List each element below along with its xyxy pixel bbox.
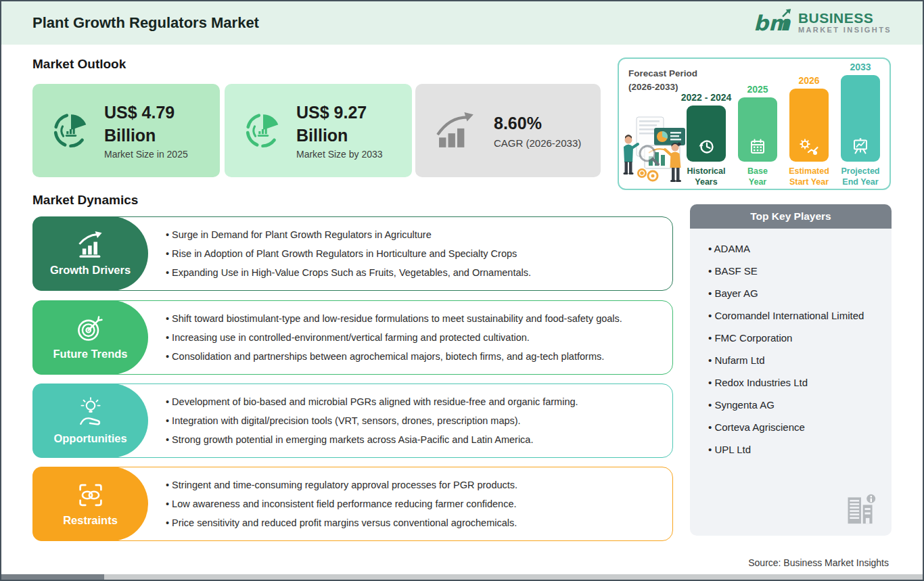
market-size-value: US$ 9.27 [296,101,383,124]
company-building-icon [844,491,877,526]
bar-caption: Projected End Year [841,166,880,187]
bar-caption: Estimated Start Year [789,166,829,187]
opportunities-badge: Opportunities [32,384,148,458]
restraints-badge: Restraints [32,467,148,541]
growth-bars-arrow-icon [434,111,480,150]
cagr-value: 8.60% [494,112,581,135]
bar-caption: Historical Years [687,166,726,187]
key-player-item: FMC Corporation [708,332,885,344]
page-title: Plant Growth Regulators Market [32,14,259,32]
bar-caption-line1: Projected [841,166,880,177]
bar [789,89,829,162]
cagr-caption: CAGR (2026-2033) [494,137,581,149]
growth-drivers-badge: Growth Drivers [32,216,148,291]
gear-chart-icon [799,138,819,156]
base-year-bar: 2025 Base Year [734,62,781,187]
growth-drivers-bullets: Surge in Demand for Plant Growth Regulat… [166,217,659,290]
historical-years-bar: 2022 - 2024 Historical Years [683,62,730,187]
key-player-item: Corteva Agriscience [708,421,885,433]
bullet-item: Shift toward biostimulant-type and low-r… [166,313,659,324]
horizontal-scrollbar[interactable] [1,574,923,580]
badge-label: Future Trends [53,348,127,361]
bar-caption: Base Year [747,166,768,187]
key-players-list: ADAMA BASF SE Bayer AG Coromandel Intern… [690,229,892,455]
market-size-unit: Billion [296,124,383,147]
bullet-item: Consolidation and partnerships between a… [166,351,659,362]
lightbulb-hand-icon [76,396,106,427]
donut-chart-icon [244,111,283,150]
future-trends-bullets: Shift toward biostimulant-type and low-r… [166,301,659,374]
bar-year-label: 2022 - 2024 [681,92,732,103]
bullet-item: Stringent and time-consuming regulatory … [166,480,659,490]
history-clock-icon [697,137,716,156]
logo-text: BUSINESS MARKET INSIGHTS [798,11,892,34]
future-trends-badge: Future Trends [32,300,148,375]
bullet-item: Development of bio-based and microbial P… [166,396,659,407]
bullet-item: Price sensitivity and reduced profit mar… [166,517,659,528]
projected-end-year-bar: 2033 Projected End Year [837,62,884,187]
bar-caption-line2: Start Year [789,177,829,187]
presentation-chart-icon [851,137,870,156]
card-values: 8.60% CAGR (2026-2033) [494,112,581,149]
bar-caption-line2: Years [687,177,726,187]
market-size-value: US$ 4.79 [104,101,188,124]
bullet-item: Integration with digital/precision tools… [166,415,659,426]
top-key-players-heading: Top Key Players [690,204,892,229]
restraints-bullets: Stringent and time-consuming regulatory … [166,467,659,540]
key-player-item: Nufarm Ltd [708,354,885,366]
scrollbar-thumb[interactable] [1,574,104,580]
bar-year-label: 2026 [798,75,819,86]
future-trends-row: Future Trends Shift toward biostimulant-… [32,300,673,375]
bmi-logo-mark-icon: bm ı [754,8,793,37]
infographic-page: Plant Growth Regulators Market bm ı BUSI… [0,0,924,581]
badge-label: Growth Drivers [50,264,131,277]
growth-drivers-row: Growth Drivers Surge in Demand for Plant… [32,216,673,291]
key-player-item: Syngenta AG [708,399,885,411]
bar [738,97,777,162]
market-size-caption: Market Size by 2033 [296,149,383,160]
market-size-2025-card: US$ 4.79 Billion Market Size in 2025 [32,84,220,177]
opportunities-row: Opportunities Development of bio-based a… [32,384,673,458]
bullet-item: Strong growth potential in emerging mark… [166,434,659,445]
market-size-unit: Billion [104,124,188,147]
market-size-2033-card: US$ 9.27 Billion Market Size by 2033 [225,84,412,177]
logo-line1: BUSINESS [798,11,892,26]
key-player-item: BASF SE [708,265,885,277]
bar-caption-line1: Estimated [789,166,829,177]
key-player-item: Bayer AG [708,287,885,299]
bar-caption-line2: Year [747,177,768,187]
bar-caption-line2: End Year [841,177,880,187]
bar-caption-line1: Historical [687,166,726,177]
bullet-item: Surge in Demand for Plant Growth Regulat… [166,229,659,240]
bullet-item: Expanding Use in High-Value Crops Such a… [166,267,659,278]
card-values: US$ 9.27 Billion Market Size by 2033 [296,101,383,160]
estimated-start-year-bar: 2026 Estimated [785,62,833,187]
badge-label: Opportunities [53,432,126,445]
forecast-bars: 2022 - 2024 Historical Years [683,62,885,187]
calendar-icon [749,137,767,156]
bmi-logo: bm ı BUSINESS MARKET INSIGHTS [754,8,892,37]
key-player-item: UPL Ltd [708,444,885,455]
bar-caption-line1: Base [747,166,768,177]
source-text: Source: Business Market Insights [748,557,889,568]
market-dynamics-heading: Market Dynamics [32,193,138,208]
cagr-card: 8.60% CAGR (2026-2033) [415,84,601,177]
bar-year-label: 2025 [747,84,768,95]
opportunities-bullets: Development of bio-based and microbial P… [166,384,659,457]
bullet-item: Increasing use in controlled-environment… [166,332,659,343]
key-player-item: ADAMA [708,243,885,254]
badge-label: Restraints [63,514,118,527]
market-size-caption: Market Size in 2025 [104,149,188,160]
bar [687,106,726,162]
forecast-period-panel: Forecast Period (2026-2033) [618,57,891,190]
growth-chart-icon [75,231,106,259]
header-bar: Plant Growth Regulators Market bm ı BUSI… [1,1,923,45]
target-icon [76,315,106,343]
top-key-players-panel: Top Key Players ADAMA BASF SE Bayer AG C… [690,204,892,536]
key-player-item: Redox Industries Ltd [708,377,885,388]
bullet-item: Rise in Adoption of Plant Growth Regulat… [166,248,659,259]
key-player-item: Coromandel International Limited [708,310,885,321]
restraints-row: Restraints Stringent and time-consuming … [32,467,673,541]
bullet-item: Low awareness and inconsistent field per… [166,498,659,509]
bar-year-label: 2033 [850,62,871,72]
